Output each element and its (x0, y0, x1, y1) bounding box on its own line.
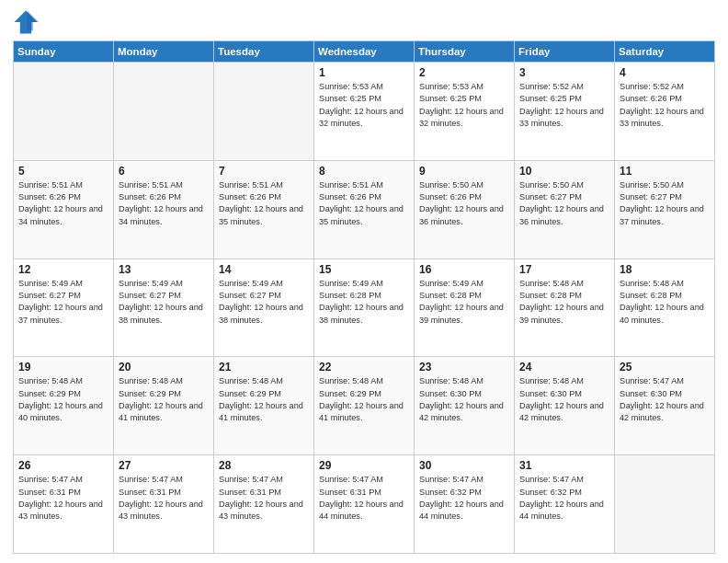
calendar-body: 1Sunrise: 5:53 AM Sunset: 6:25 PM Daylig… (14, 63, 715, 554)
calendar-cell: 2Sunrise: 5:53 AM Sunset: 6:25 PM Daylig… (415, 63, 515, 161)
day-info: Sunrise: 5:47 AM Sunset: 6:31 PM Dayligh… (219, 474, 309, 523)
calendar-cell: 6Sunrise: 5:51 AM Sunset: 6:26 PM Daylig… (114, 160, 214, 259)
day-info: Sunrise: 5:47 AM Sunset: 6:31 PM Dayligh… (18, 474, 108, 523)
day-info: Sunrise: 5:48 AM Sunset: 6:28 PM Dayligh… (519, 278, 609, 327)
calendar-week-row: 12Sunrise: 5:49 AM Sunset: 6:27 PM Dayli… (14, 259, 715, 357)
day-number: 5 (18, 165, 108, 178)
day-info: Sunrise: 5:48 AM Sunset: 6:29 PM Dayligh… (119, 375, 209, 424)
logo (13, 9, 42, 35)
calendar-cell: 3Sunrise: 5:52 AM Sunset: 6:25 PM Daylig… (515, 63, 615, 161)
day-number: 23 (419, 361, 509, 373)
day-info: Sunrise: 5:48 AM Sunset: 6:30 PM Dayligh… (519, 375, 609, 424)
day-info: Sunrise: 5:48 AM Sunset: 6:29 PM Dayligh… (219, 375, 309, 424)
day-info: Sunrise: 5:47 AM Sunset: 6:30 PM Dayligh… (620, 375, 710, 424)
day-info: Sunrise: 5:50 AM Sunset: 6:27 PM Dayligh… (620, 179, 710, 228)
calendar-cell: 16Sunrise: 5:49 AM Sunset: 6:28 PM Dayli… (415, 259, 515, 357)
calendar-cell: 5Sunrise: 5:51 AM Sunset: 6:26 PM Daylig… (14, 160, 114, 259)
day-of-week-header: Wednesday (314, 41, 415, 63)
calendar-cell: 25Sunrise: 5:47 AM Sunset: 6:30 PM Dayli… (615, 357, 715, 455)
day-number: 13 (119, 263, 209, 276)
day-number: 29 (319, 459, 409, 472)
calendar-cell (214, 63, 314, 161)
day-info: Sunrise: 5:51 AM Sunset: 6:26 PM Dayligh… (119, 179, 209, 228)
day-of-week-header: Tuesday (214, 41, 314, 63)
calendar-week-row: 19Sunrise: 5:48 AM Sunset: 6:29 PM Dayli… (14, 357, 715, 455)
day-number: 3 (519, 66, 609, 79)
day-info: Sunrise: 5:49 AM Sunset: 6:27 PM Dayligh… (18, 278, 108, 327)
day-info: Sunrise: 5:52 AM Sunset: 6:25 PM Dayligh… (519, 81, 609, 130)
calendar-cell: 26Sunrise: 5:47 AM Sunset: 6:31 PM Dayli… (14, 455, 114, 554)
day-number: 8 (319, 165, 409, 178)
day-number: 20 (119, 361, 209, 373)
day-info: Sunrise: 5:49 AM Sunset: 6:27 PM Dayligh… (219, 278, 309, 327)
day-number: 15 (319, 263, 409, 276)
calendar-cell: 7Sunrise: 5:51 AM Sunset: 6:26 PM Daylig… (214, 160, 314, 259)
calendar-cell: 24Sunrise: 5:48 AM Sunset: 6:30 PM Dayli… (515, 357, 615, 455)
calendar-cell (615, 455, 715, 554)
calendar-cell: 1Sunrise: 5:53 AM Sunset: 6:25 PM Daylig… (314, 63, 415, 161)
header (13, 9, 715, 35)
day-number: 14 (219, 263, 309, 276)
calendar-cell: 23Sunrise: 5:48 AM Sunset: 6:30 PM Dayli… (415, 357, 515, 455)
day-info: Sunrise: 5:48 AM Sunset: 6:29 PM Dayligh… (18, 375, 108, 424)
day-number: 18 (620, 263, 710, 276)
day-number: 2 (419, 66, 509, 79)
day-number: 28 (219, 459, 309, 472)
calendar-cell: 31Sunrise: 5:47 AM Sunset: 6:32 PM Dayli… (515, 455, 615, 554)
calendar-header-row: SundayMondayTuesdayWednesdayThursdayFrid… (14, 41, 715, 63)
logo-icon (13, 9, 39, 35)
day-info: Sunrise: 5:48 AM Sunset: 6:29 PM Dayligh… (319, 375, 409, 424)
day-number: 7 (219, 165, 309, 178)
day-info: Sunrise: 5:48 AM Sunset: 6:28 PM Dayligh… (620, 278, 710, 327)
calendar-cell: 17Sunrise: 5:48 AM Sunset: 6:28 PM Dayli… (515, 259, 615, 357)
day-info: Sunrise: 5:47 AM Sunset: 6:32 PM Dayligh… (419, 474, 509, 523)
calendar-cell: 27Sunrise: 5:47 AM Sunset: 6:31 PM Dayli… (114, 455, 214, 554)
day-of-week-header: Monday (114, 41, 214, 63)
calendar-cell (114, 63, 214, 161)
day-number: 9 (419, 165, 509, 178)
day-number: 16 (419, 263, 509, 276)
calendar-cell: 19Sunrise: 5:48 AM Sunset: 6:29 PM Dayli… (14, 357, 114, 455)
calendar-cell: 28Sunrise: 5:47 AM Sunset: 6:31 PM Dayli… (214, 455, 314, 554)
calendar-cell: 30Sunrise: 5:47 AM Sunset: 6:32 PM Dayli… (415, 455, 515, 554)
day-number: 1 (319, 66, 409, 79)
day-info: Sunrise: 5:51 AM Sunset: 6:26 PM Dayligh… (219, 179, 309, 228)
day-info: Sunrise: 5:49 AM Sunset: 6:27 PM Dayligh… (119, 278, 209, 327)
calendar-cell: 4Sunrise: 5:52 AM Sunset: 6:26 PM Daylig… (615, 63, 715, 161)
day-info: Sunrise: 5:50 AM Sunset: 6:27 PM Dayligh… (519, 179, 609, 228)
day-info: Sunrise: 5:53 AM Sunset: 6:25 PM Dayligh… (419, 81, 509, 130)
day-number: 19 (18, 361, 108, 373)
day-info: Sunrise: 5:53 AM Sunset: 6:25 PM Dayligh… (319, 81, 409, 130)
calendar-week-row: 1Sunrise: 5:53 AM Sunset: 6:25 PM Daylig… (14, 63, 715, 161)
day-info: Sunrise: 5:48 AM Sunset: 6:30 PM Dayligh… (419, 375, 509, 424)
day-number: 17 (519, 263, 609, 276)
calendar-week-row: 26Sunrise: 5:47 AM Sunset: 6:31 PM Dayli… (14, 455, 715, 554)
day-number: 12 (18, 263, 108, 276)
day-info: Sunrise: 5:52 AM Sunset: 6:26 PM Dayligh… (620, 81, 710, 130)
day-info: Sunrise: 5:51 AM Sunset: 6:26 PM Dayligh… (18, 179, 108, 228)
day-info: Sunrise: 5:49 AM Sunset: 6:28 PM Dayligh… (419, 278, 509, 327)
day-number: 11 (620, 165, 710, 178)
day-number: 4 (620, 66, 710, 79)
day-info: Sunrise: 5:47 AM Sunset: 6:31 PM Dayligh… (119, 474, 209, 523)
day-number: 26 (18, 459, 108, 472)
calendar-cell: 13Sunrise: 5:49 AM Sunset: 6:27 PM Dayli… (114, 259, 214, 357)
calendar-cell: 15Sunrise: 5:49 AM Sunset: 6:28 PM Dayli… (314, 259, 415, 357)
day-number: 30 (419, 459, 509, 472)
day-number: 25 (620, 361, 710, 373)
day-info: Sunrise: 5:50 AM Sunset: 6:26 PM Dayligh… (419, 179, 509, 228)
day-of-week-header: Friday (515, 41, 615, 63)
calendar-cell (14, 63, 114, 161)
day-number: 22 (319, 361, 409, 373)
calendar-cell: 18Sunrise: 5:48 AM Sunset: 6:28 PM Dayli… (615, 259, 715, 357)
calendar-cell: 20Sunrise: 5:48 AM Sunset: 6:29 PM Dayli… (114, 357, 214, 455)
calendar-cell: 22Sunrise: 5:48 AM Sunset: 6:29 PM Dayli… (314, 357, 415, 455)
calendar-cell: 8Sunrise: 5:51 AM Sunset: 6:26 PM Daylig… (314, 160, 415, 259)
day-of-week-header: Thursday (415, 41, 515, 63)
calendar: SundayMondayTuesdayWednesdayThursdayFrid… (13, 40, 715, 554)
day-info: Sunrise: 5:47 AM Sunset: 6:32 PM Dayligh… (519, 474, 609, 523)
day-number: 21 (219, 361, 309, 373)
day-info: Sunrise: 5:47 AM Sunset: 6:31 PM Dayligh… (319, 474, 409, 523)
calendar-cell: 12Sunrise: 5:49 AM Sunset: 6:27 PM Dayli… (14, 259, 114, 357)
calendar-week-row: 5Sunrise: 5:51 AM Sunset: 6:26 PM Daylig… (14, 160, 715, 259)
